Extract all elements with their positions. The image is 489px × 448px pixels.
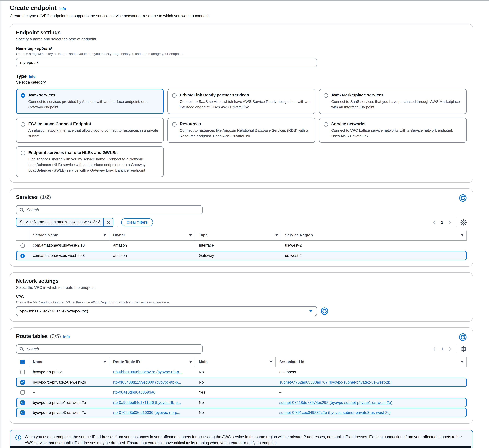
current-page-number[interactable]: 1 [441, 220, 443, 225]
main-cell: No [195, 400, 276, 405]
vpc-select-value: vpc-0eb11514a74631e5f (byovpc-vpc) [20, 309, 88, 314]
category-description: Connect to VPC Lattice service networks … [331, 128, 462, 139]
route-tables-search[interactable] [16, 344, 203, 354]
row-radio-icon[interactable] [20, 254, 25, 258]
page-header: Create endpoint Info [10, 4, 473, 11]
route-tables-table-body: byovpc-rtb-public rtb-0bba10806b33cb27e … [16, 367, 467, 417]
previous-page-icon[interactable] [432, 347, 437, 351]
route-tables-table: Name Route Table ID Main Associated Id b… [16, 357, 467, 417]
type-category-card[interactable]: AWS Marketplace services Connect to SaaS… [319, 89, 467, 114]
services-card: Services(1/2) Service Name = com.amazona… [10, 188, 473, 267]
category-title: EC2 Instance Connect Endpoint [28, 122, 159, 126]
row-checkbox[interactable] [20, 410, 25, 415]
associated-id[interactable]: subnet-0f891cec049232c2e (byovpc-subnet-… [279, 410, 391, 415]
row-checkbox[interactable] [20, 400, 25, 405]
category-description: Connect to services provided by Amazon w… [28, 99, 159, 110]
route-table-id-link[interactable]: rtb-076fdf3b08ed10036 (byovpc-rtb-p... [113, 410, 180, 415]
route-tables-search-input[interactable] [26, 347, 199, 351]
vpc-select[interactable]: vpc-0eb11514a74631e5f (byovpc-vpc) [16, 306, 317, 316]
row-checkbox[interactable] [20, 390, 25, 395]
category-title: AWS Marketplace services [331, 93, 462, 98]
route-table-row[interactable]: byovpc-rtb-private1-us-west-2a rtb-0a9dd… [16, 398, 467, 407]
category-title: Resources [180, 122, 310, 126]
preferences-gear-icon[interactable] [460, 346, 467, 352]
category-description: An elastic network interface that allows… [28, 128, 159, 139]
route-table-id-link[interactable]: rtb-0a9ddbe64c1711df6 (byovpc-rtb-p... [113, 400, 181, 405]
radio-icon[interactable] [21, 122, 25, 126]
route-table-row[interactable]: byovpc-rtb-private2-us-west-2b rtb-0f654… [16, 378, 467, 387]
type-category-card[interactable]: Resources Connect to resources like Amaz… [167, 118, 315, 143]
service-region-cell: us-west-2 [281, 243, 467, 248]
current-page-number[interactable]: 1 [441, 347, 443, 351]
route-table-name-cell: byovpc-rtb-private1-us-west-2a [29, 400, 109, 405]
preferences-gear-icon[interactable] [460, 219, 467, 225]
filter-triangle-icon [275, 234, 278, 236]
radio-icon[interactable] [172, 93, 177, 98]
service-table-row[interactable]: com.amazonaws.us-west-2.s3 amazon Interf… [16, 241, 467, 250]
type-cell: Interface [195, 243, 281, 248]
info-circle-icon [15, 434, 22, 441]
associated-id[interactable]: subnet-07418de78974ac292 (byovpc-subnet-… [279, 400, 392, 405]
vpc-help: Create the VPC endpoint in the VPC in th… [16, 300, 467, 304]
window-top-edge [0, 0, 489, 1]
service-table-row[interactable]: com.amazonaws.us-west-2.s3 amazon Gatewa… [16, 251, 467, 260]
route-table-id-link[interactable]: rtb-06ae0dbd6a88593a0 [113, 390, 155, 394]
next-page-icon[interactable] [447, 347, 452, 351]
associated-id[interactable]: subnet-0f752ad83333ad707 (byovpc-subnet-… [279, 380, 391, 384]
category-title: PrivateLink Ready partner services [180, 93, 310, 98]
type-category-card[interactable]: EC2 Instance Connect Endpoint An elastic… [16, 118, 164, 143]
select-all-checkbox[interactable] [20, 360, 25, 364]
search-icon [19, 207, 24, 212]
type-category-card[interactable]: PrivateLink Ready partner services Conne… [167, 89, 315, 114]
radio-icon[interactable] [21, 151, 25, 155]
route-table-row[interactable]: byovpc-rtb-private3-us-west-2c rtb-076fd… [16, 408, 467, 417]
page-description: Create the type of VPC endpoint that sup… [10, 14, 473, 18]
filter-triangle-icon [189, 361, 192, 363]
route-table-row[interactable]: byovpc-rtb-public rtb-0bba10806b33cb27e … [16, 367, 467, 377]
route-table-row[interactable]: – rtb-06ae0dbd6a88593a0 Yes – [16, 388, 467, 397]
refresh-icon[interactable] [459, 194, 467, 202]
type-category-card[interactable]: Service networks Connect to VPC Lattice … [319, 118, 467, 143]
route-table-id-link[interactable]: rtb-0bba10806b33cb27e (byovpc-rtb-p... [113, 370, 182, 374]
type-info-link[interactable]: Info [29, 75, 36, 79]
route-tables-refresh-icon[interactable] [459, 333, 467, 341]
previous-page-icon[interactable] [432, 220, 437, 225]
row-checkbox[interactable] [20, 370, 25, 374]
row-checkbox[interactable] [20, 380, 25, 384]
next-page-icon[interactable] [447, 220, 452, 225]
radio-icon[interactable] [324, 93, 328, 98]
vpc-refresh-icon[interactable] [321, 307, 328, 315]
endpoint-info-alert: When you use an endpoint, the source IP … [10, 430, 473, 448]
filter-token-label[interactable]: Service Name = com.amazonaws.us-west-2.s… [16, 218, 103, 226]
main-cell: Yes [195, 390, 276, 395]
associated-id: – [279, 390, 281, 394]
category-description: Find services shared with you by service… [28, 156, 159, 173]
filter-token-dismiss-icon[interactable] [104, 218, 113, 226]
associated-id[interactable]: 3 subnets [279, 370, 296, 374]
chevron-down-icon [309, 310, 313, 313]
row-radio-icon[interactable] [20, 243, 25, 248]
filter-triangle-icon [103, 234, 106, 236]
type-category-card[interactable]: AWS services Connect to services provide… [16, 89, 164, 114]
services-search-input[interactable] [26, 207, 199, 212]
services-search[interactable] [16, 205, 203, 215]
route-tables-info-link[interactable]: Info [63, 335, 70, 339]
type-category-card[interactable]: Endpoint services that use NLBs and GWLB… [16, 146, 164, 177]
page-info-link[interactable]: Info [59, 7, 66, 11]
radio-icon[interactable] [21, 93, 25, 98]
policy-editor-strip [10, 446, 471, 448]
route-table-name-cell: byovpc-rtb-private2-us-west-2b [29, 380, 109, 384]
filter-token: Service Name = com.amazonaws.us-west-2.s… [16, 218, 114, 227]
category-description: Connect to resources like Amazon Relatio… [180, 128, 310, 139]
clear-filters-button[interactable]: Clear filters [121, 218, 153, 226]
services-title: Services(1/2) [16, 194, 51, 200]
main-cell: No [195, 410, 276, 415]
name-tag-input[interactable] [16, 58, 317, 67]
network-settings-title: Network settings [16, 278, 467, 284]
name-tag-label: Name tag - optional [16, 46, 467, 51]
radio-icon[interactable] [172, 122, 177, 126]
main-cell: No [195, 370, 276, 374]
route-table-id-link[interactable]: rtb-0f65438d1199ed009 (byovpc-rtb-p... [113, 380, 181, 384]
route-table-name-cell: – [29, 390, 109, 395]
radio-icon[interactable] [324, 122, 328, 126]
